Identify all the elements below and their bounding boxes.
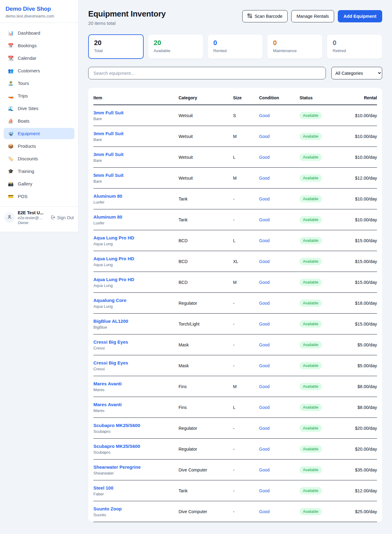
stat-card-retired[interactable]: 0 Retired <box>327 34 382 59</box>
category-cell: Mask <box>179 363 233 368</box>
item-name-link[interactable]: Mares Avanti <box>93 402 179 407</box>
item-name-link[interactable]: Suunto Zoop <box>93 506 179 511</box>
item-name-link[interactable]: Scubapro MK25/S600 <box>93 444 179 449</box>
item-brand: Bare <box>93 116 179 121</box>
table-row: 3mm Full Suit Bare Wetsuit M Good Availa… <box>93 126 377 147</box>
size-cell: M <box>233 280 259 285</box>
category-cell: Mask <box>179 342 233 347</box>
barcode-icon <box>247 13 252 19</box>
rental-rate-cell: $10.00/day <box>345 217 377 222</box>
status-cell: Available <box>300 237 345 244</box>
status-badge: Available <box>300 445 322 453</box>
add-equipment-button[interactable]: Add Equipment <box>338 10 382 22</box>
category-cell: Regulator <box>179 426 233 431</box>
sidebar: Demo Dive Shop demo.test.divestreams.com… <box>0 0 78 232</box>
item-name-link[interactable]: Steel 100 <box>93 485 179 490</box>
sidebar-item-pos[interactable]: 💳 POS <box>4 191 74 202</box>
condition-cell: Good <box>259 113 300 118</box>
item-name-link[interactable]: BigBlue AL1200 <box>93 318 179 324</box>
status-badge: Available <box>300 404 322 411</box>
sidebar-item-tours[interactable]: 🏝️ Tours <box>4 78 74 89</box>
rental-rate-cell: $20.00/day <box>345 447 377 452</box>
item-brand: Bare <box>93 137 179 142</box>
size-cell: - <box>233 301 259 306</box>
item-name-link[interactable]: 3mm Full Suit <box>93 110 179 115</box>
sidebar-item-dive-sites[interactable]: 🌊 Dive Sites <box>4 103 74 114</box>
item-name-link[interactable]: Aqualung Core <box>93 298 179 303</box>
size-cell: - <box>233 426 259 431</box>
header-actions: Scan Barcode Manage Rentals Add Equipmen… <box>242 10 382 22</box>
page-title: Equipment Inventory <box>88 9 166 19</box>
customers-icon: 👥 <box>7 68 14 73</box>
category-cell: Wetsuit <box>179 176 233 181</box>
size-cell: - <box>233 509 259 514</box>
item-name-link[interactable]: Cressi Big Eyes <box>93 360 179 365</box>
category-cell: Regulator <box>179 447 233 452</box>
rental-rate-cell: $10.00/day <box>345 196 377 201</box>
item-cell: Steel 100 Faber <box>93 485 179 496</box>
item-name-link[interactable]: Aqua Lung Pro HD <box>93 277 179 282</box>
rental-rate-cell: $20.00/day <box>345 426 377 431</box>
stat-card-total[interactable]: 20 Total <box>88 34 144 59</box>
rental-rate-cell: $12.00/day <box>345 176 377 181</box>
item-name-link[interactable]: Aqua Lung Pro HD <box>93 235 179 240</box>
item-cell: Scubapro MK25/S600 Scubapro <box>93 444 179 455</box>
sidebar-item-dashboard[interactable]: 📊 Dashboard <box>4 27 74 39</box>
brand-title[interactable]: Demo Dive Shop <box>6 6 73 12</box>
table-row: Cressi Big Eyes Cressi Mask - Good Avail… <box>93 334 377 355</box>
sidebar-item-discounts[interactable]: 🏷️ Discounts <box>4 153 74 164</box>
sidebar-item-training[interactable]: 🎓 Training <box>4 166 74 177</box>
stat-card-available[interactable]: 20 Available <box>148 34 203 59</box>
size-cell: M <box>233 176 259 181</box>
item-name-link[interactable]: 3mm Full Suit <box>93 152 179 157</box>
item-brand: Aqua Lung <box>93 304 179 309</box>
sidebar-item-label: Gallery <box>18 181 32 186</box>
size-cell: L <box>233 238 259 243</box>
table-row: 3mm Full Suit Bare Wetsuit L Good Availa… <box>93 147 377 168</box>
manage-rentals-button[interactable]: Manage Rentals <box>291 10 334 22</box>
status-badge: Available <box>300 383 322 390</box>
sign-out-button[interactable]: Sign Out <box>51 215 74 221</box>
stat-value: 0 <box>213 39 257 47</box>
sidebar-item-equipment[interactable]: 🤿 Equipment <box>4 128 74 139</box>
item-name-link[interactable]: Aluminum 80 <box>93 214 179 219</box>
status-badge: Available <box>300 174 322 182</box>
page: { "sidebar": { "brand": "Demo Dive Shop"… <box>0 0 392 534</box>
stat-label: Rented <box>213 48 257 53</box>
item-name-link[interactable]: Mares Avanti <box>93 381 179 386</box>
status-cell: Available <box>300 362 345 369</box>
sidebar-item-trips[interactable]: 🚤 Trips <box>4 90 74 101</box>
sidebar-item-bookings[interactable]: 📅 Bookings <box>4 40 74 51</box>
table-row: Scubapro MK25/S600 Scubapro Regulator - … <box>93 418 377 439</box>
table-row: Cressi Big Eyes Cressi Mask - Good Avail… <box>93 355 377 376</box>
status-badge: Available <box>300 279 322 286</box>
status-cell: Available <box>300 404 345 411</box>
category-cell: BCD <box>179 238 233 243</box>
category-filter-select[interactable]: All Categories <box>331 67 382 79</box>
sidebar-item-boats[interactable]: ⛵ Boats <box>4 115 74 127</box>
stat-card-rented[interactable]: 0 Rented <box>208 34 263 59</box>
search-input[interactable] <box>88 67 326 79</box>
scan-barcode-button[interactable]: Scan Barcode <box>242 10 288 22</box>
sidebar-item-calendar[interactable]: 📆 Calendar <box>4 52 74 64</box>
item-brand: Shearwater <box>93 471 179 475</box>
page-title-block: Equipment Inventory 20 items total <box>88 9 166 26</box>
item-name-link[interactable]: Cressi Big Eyes <box>93 339 179 345</box>
sidebar-item-label: Dive Sites <box>18 106 39 111</box>
item-name-link[interactable]: 3mm Full Suit <box>93 131 179 136</box>
item-name-link[interactable]: Aqua Lung Pro HD <box>93 256 179 261</box>
item-name-link[interactable]: 5mm Full Suit <box>93 173 179 178</box>
sidebar-item-gallery[interactable]: 📸 Gallery <box>4 178 74 189</box>
brand-domain: demo.test.divestreams.com <box>6 14 73 18</box>
column-header-rental: Rental <box>345 95 377 100</box>
sidebar-item-products[interactable]: 📦 Products <box>4 140 74 152</box>
item-name-link[interactable]: Shearwater Peregrine <box>93 464 179 470</box>
status-badge: Available <box>300 195 322 203</box>
stat-card-maintenance[interactable]: 0 Maintenance <box>267 34 322 59</box>
rental-rate-cell: $8.00/day <box>345 405 377 410</box>
sidebar-item-customers[interactable]: 👥 Customers <box>4 65 74 76</box>
status-cell: Available <box>300 320 345 328</box>
category-cell: BCD <box>179 259 233 264</box>
item-name-link[interactable]: Aluminum 80 <box>93 193 179 199</box>
item-name-link[interactable]: Scubapro MK25/S600 <box>93 423 179 428</box>
